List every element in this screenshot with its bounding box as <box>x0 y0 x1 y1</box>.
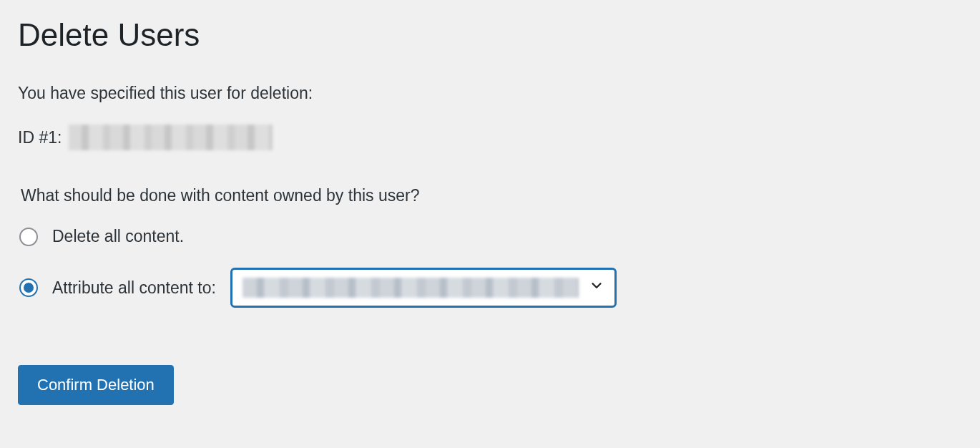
confirm-deletion-button[interactable]: Confirm Deletion <box>18 365 174 405</box>
page-title: Delete Users <box>18 14 962 55</box>
content-question: What should be done with content owned b… <box>18 186 962 205</box>
deletion-intro-text: You have specified this user for deletio… <box>18 84 962 103</box>
radio-delete-label[interactable]: Delete all content. <box>52 227 184 246</box>
selected-user-redacted <box>242 278 579 298</box>
attribute-user-select[interactable] <box>230 268 617 308</box>
chevron-down-icon <box>589 278 604 298</box>
option-delete-row: Delete all content. <box>18 227 962 246</box>
user-name-redacted <box>69 125 273 150</box>
user-line: ID #1: <box>18 125 962 150</box>
submit-area: Confirm Deletion <box>18 365 962 405</box>
radio-delete-all-content[interactable] <box>19 228 38 246</box>
option-attribute-row: Attribute all content to: <box>18 268 962 308</box>
radio-attribute-label[interactable]: Attribute all content to: <box>52 278 216 298</box>
radio-attribute-content[interactable] <box>19 278 38 297</box>
user-id-prefix: ID #1: <box>18 128 62 147</box>
